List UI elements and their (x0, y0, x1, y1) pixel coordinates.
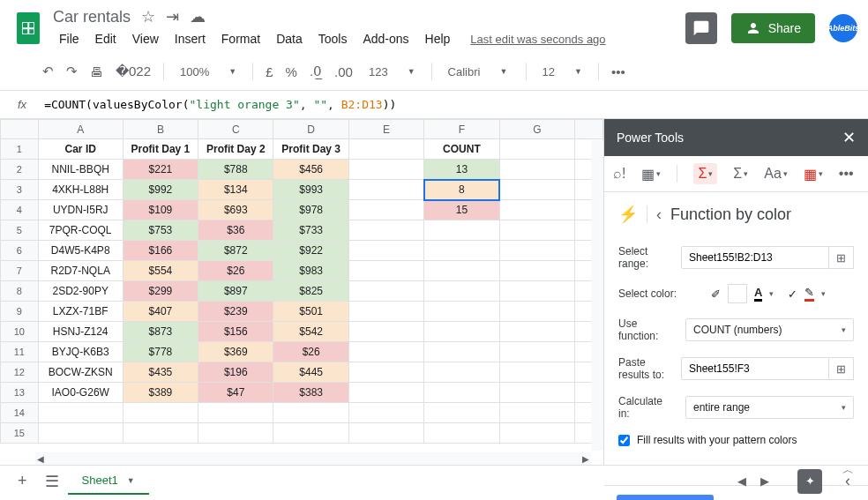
cell[interactable]: $825 (273, 281, 348, 302)
cell[interactable]: $156 (198, 322, 273, 342)
last-edit-link[interactable]: Last edit was seconds ago (470, 33, 605, 46)
scroll-right-icon[interactable]: ▶ (582, 454, 589, 464)
row-header[interactable]: 1 (1, 139, 39, 160)
cell[interactable]: 8 (424, 180, 499, 200)
comments-button[interactable] (685, 12, 717, 44)
eyedropper-icon[interactable]: ✐ (711, 287, 721, 301)
paint-format-button[interactable]: �022 (110, 60, 156, 83)
explore-button[interactable]: ✦ (797, 469, 822, 494)
col-header-c[interactable]: C (198, 120, 273, 139)
scroll-left-icon[interactable]: ◀ (37, 454, 44, 464)
cell[interactable] (348, 220, 423, 241)
undo-button[interactable]: ↶ (37, 60, 59, 83)
account-avatar[interactable]: AbleBits (829, 14, 857, 42)
cell[interactable]: Profit Day 3 (273, 139, 348, 160)
cell[interactable]: $389 (123, 383, 198, 403)
cell[interactable]: $166 (123, 241, 198, 261)
cell[interactable] (424, 302, 499, 322)
cell[interactable]: $383 (273, 383, 348, 403)
cell[interactable]: $788 (198, 160, 273, 180)
cell[interactable] (499, 261, 574, 281)
row-header[interactable]: 10 (1, 322, 39, 342)
cell[interactable] (499, 302, 574, 322)
sheet-tab-menu-icon[interactable]: ▼ (127, 476, 135, 485)
cell[interactable]: BOCW-ZKSN (38, 362, 123, 383)
cell[interactable] (348, 342, 423, 362)
tab-scroll-right[interactable]: ▶ (760, 474, 769, 488)
cell[interactable] (499, 180, 574, 200)
menu-file[interactable]: File (53, 28, 86, 49)
tab-scroll-left[interactable]: ◀ (737, 474, 746, 488)
cell[interactable] (348, 302, 423, 322)
cell[interactable] (499, 322, 574, 342)
decrease-decimal-button[interactable]: .0̲ (304, 60, 327, 83)
panel-tool-more[interactable]: ••• (839, 166, 854, 182)
cell[interactable] (424, 383, 499, 403)
row-header[interactable]: 14 (1, 403, 39, 423)
col-header-f[interactable]: F (424, 120, 499, 139)
spreadsheet-grid[interactable]: A B C D E F G 1 Car ID Profit Day 1 Prof… (0, 119, 603, 465)
cell[interactable]: $407 (123, 302, 198, 322)
cell[interactable]: $109 (123, 200, 198, 220)
cell[interactable]: $873 (123, 322, 198, 342)
cell[interactable] (424, 220, 499, 241)
cell[interactable]: $778 (123, 342, 198, 362)
row-header[interactable]: 6 (1, 241, 39, 261)
cell[interactable] (499, 139, 574, 160)
cell[interactable]: 2SD2-90PY (38, 281, 123, 302)
row-header[interactable]: 11 (1, 342, 39, 362)
cell[interactable]: HSNJ-Z124 (38, 322, 123, 342)
cell[interactable] (499, 160, 574, 180)
row-header[interactable]: 2 (1, 160, 39, 180)
col-header-e[interactable]: E (348, 120, 423, 139)
cell[interactable]: $239 (198, 302, 273, 322)
cell[interactable]: $872 (198, 241, 273, 261)
panel-tool-sigma[interactable]: Σ▾ (693, 163, 717, 184)
row-header[interactable]: 8 (1, 281, 39, 302)
increase-decimal-button[interactable]: .00 (329, 61, 358, 83)
cell[interactable]: $693 (198, 200, 273, 220)
horizontal-scrollbar[interactable]: ◀ ▶ (35, 452, 591, 465)
cell[interactable]: $554 (123, 261, 198, 281)
cell[interactable] (499, 220, 574, 241)
cell[interactable]: $196 (198, 362, 273, 383)
cell[interactable] (348, 322, 423, 342)
cell[interactable] (424, 342, 499, 362)
cell[interactable]: 15 (424, 200, 499, 220)
col-header-g[interactable]: G (499, 120, 574, 139)
cell[interactable] (424, 322, 499, 342)
share-button[interactable]: Share (731, 13, 815, 43)
row-header[interactable]: 4 (1, 200, 39, 220)
cell[interactable]: $983 (273, 261, 348, 281)
fill-color-swatch[interactable] (728, 284, 747, 303)
menu-help[interactable]: Help (419, 28, 457, 49)
panel-tool-clear[interactable]: ▦▾ (804, 166, 823, 183)
cell[interactable] (348, 139, 423, 160)
cell[interactable]: Car ID (38, 139, 123, 160)
paste-picker-button[interactable]: ⊞ (829, 357, 854, 380)
font-dropdown[interactable]: Calibri▼ (439, 62, 519, 82)
cell[interactable]: $26 (198, 261, 273, 281)
paste-input[interactable] (681, 357, 829, 380)
calc-select[interactable]: entire range▾ (685, 396, 854, 419)
cell[interactable] (348, 261, 423, 281)
add-sheet-button[interactable]: + (9, 466, 36, 496)
menu-format[interactable]: Format (215, 28, 266, 49)
cell[interactable]: $753 (123, 220, 198, 241)
zoom-dropdown[interactable]: 100%▼ (171, 62, 245, 82)
currency-button[interactable]: £ (260, 61, 278, 83)
doc-title[interactable]: Car rentals (53, 8, 131, 26)
cell[interactable]: COUNT (424, 139, 499, 160)
move-icon[interactable]: ⇥ (166, 7, 179, 26)
row-header[interactable]: 12 (1, 362, 39, 383)
cell[interactable] (348, 200, 423, 220)
cell[interactable]: Profit Day 2 (198, 139, 273, 160)
cell[interactable]: 4XKH-L88H (38, 180, 123, 200)
col-header-a[interactable]: A (38, 120, 123, 139)
cell[interactable] (424, 241, 499, 261)
fill-results-checkbox[interactable] (618, 435, 630, 446)
cell[interactable]: R2D7-NQLA (38, 261, 123, 281)
cell[interactable] (424, 281, 499, 302)
row-header[interactable]: 9 (1, 302, 39, 322)
print-button[interactable]: 🖶 (85, 61, 108, 83)
